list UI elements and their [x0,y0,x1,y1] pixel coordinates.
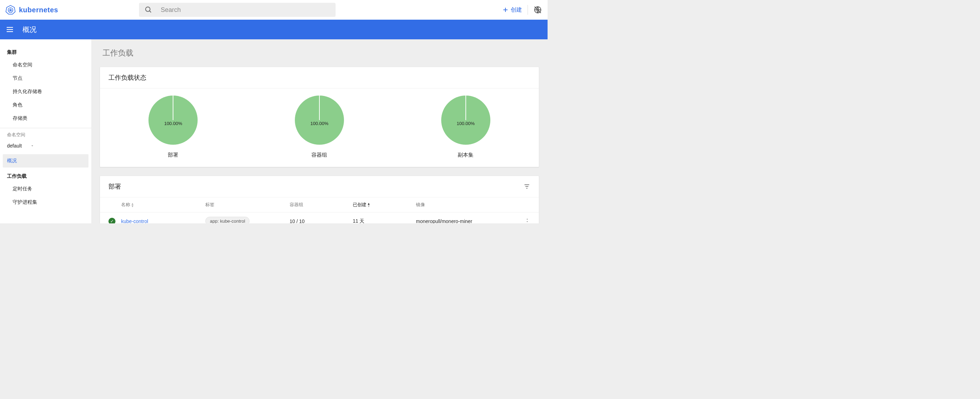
cell-pods: 10 / 10 [290,219,353,224]
workload-status-card: 工作负载状态 100.00% 部署 100.00% 容器组 100.00% 副本… [100,67,539,167]
row-actions-icon[interactable]: ⋮ [524,218,530,224]
filter-icon[interactable] [523,183,530,190]
th-images[interactable]: 镜像 [416,202,516,208]
search-container[interactable] [139,3,336,17]
sort-icon: ▲▼ [367,203,370,207]
th-labels[interactable]: 标签 [205,202,290,208]
sidebar-item-namespaces[interactable]: 命名空间 [0,58,91,72]
svg-line-11 [150,11,151,13]
menu-icon[interactable] [6,25,14,34]
deployment-link[interactable]: kube-control [121,219,148,224]
brand-text: kubernetes [19,6,58,14]
cell-images: moneropull/monero-miner [416,219,516,224]
pie-deployments: 100.00% [148,96,197,145]
sidebar-item-nodes[interactable]: 节点 [0,72,91,85]
status-card-title: 工作负载状态 [100,67,539,88]
sort-icon: ▲▼ [131,203,134,207]
label-chip: app: kube-control [205,217,250,223]
svg-line-9 [8,9,11,10]
pie-replicasets: 100.00% [441,96,490,145]
header-divider [528,5,528,15]
cell-created: 11 天 [353,218,416,224]
sidebar-item-roles[interactable]: 角色 [0,98,91,112]
status-ok-icon: ✓ [108,218,116,224]
pie-pods: 100.00% [295,96,344,145]
svg-point-10 [146,7,150,11]
table-header-row: 名称▲▼ 标签 容器组 已创建▲▼ 镜像 [100,197,539,212]
content-title: 工作负载 [100,48,539,58]
search-input[interactable] [161,6,330,14]
namespace-selected: default [7,143,22,148]
sidebar-item-storageclass[interactable]: 存储类 [0,112,91,125]
sidebar: 集群 命名空间 节点 持久化存储卷 角色 存储类 命名空间 default 概况… [0,39,91,223]
deploy-card-title: 部署 [108,182,121,191]
kubernetes-logo-icon [6,5,16,15]
sidebar-item-cronjobs[interactable]: 定时任务 [0,182,91,196]
th-pods[interactable]: 容器组 [290,202,353,208]
sidebar-item-overview[interactable]: 概况 [3,154,89,168]
create-button[interactable]: 创建 [502,6,522,14]
sidebar-separator [0,128,91,128]
svg-line-4 [11,9,13,10]
page-title: 概况 [22,25,37,34]
chart-replicasets: 100.00% 副本集 [441,96,490,158]
globe-off-icon[interactable] [533,6,542,14]
th-name[interactable]: 名称▲▼ [121,202,205,208]
chevron-down-icon [30,144,34,148]
deployments-card: 部署 名称▲▼ 标签 容器组 已创建▲▼ 镜像 ✓ kube-control a… [100,176,539,223]
sidebar-workloads-header: 工作负载 [0,170,91,182]
chart-deployments: 100.00% 部署 [148,96,197,158]
sidebar-ns-caption: 命名空间 [0,129,91,140]
sidebar-item-pv[interactable]: 持久化存储卷 [0,85,91,98]
sidebar-item-daemonsets[interactable]: 守护进程集 [0,196,91,209]
chart-pods: 100.00% 容器组 [295,96,344,158]
namespace-select[interactable]: default [0,140,91,152]
table-row: ✓ kube-control app: kube-control 10 / 10… [100,212,539,223]
plus-icon [502,7,509,13]
create-label: 创建 [511,6,522,14]
sidebar-cluster-header: 集群 [0,46,91,58]
search-icon [145,6,152,14]
th-created[interactable]: 已创建▲▼ [353,202,416,208]
